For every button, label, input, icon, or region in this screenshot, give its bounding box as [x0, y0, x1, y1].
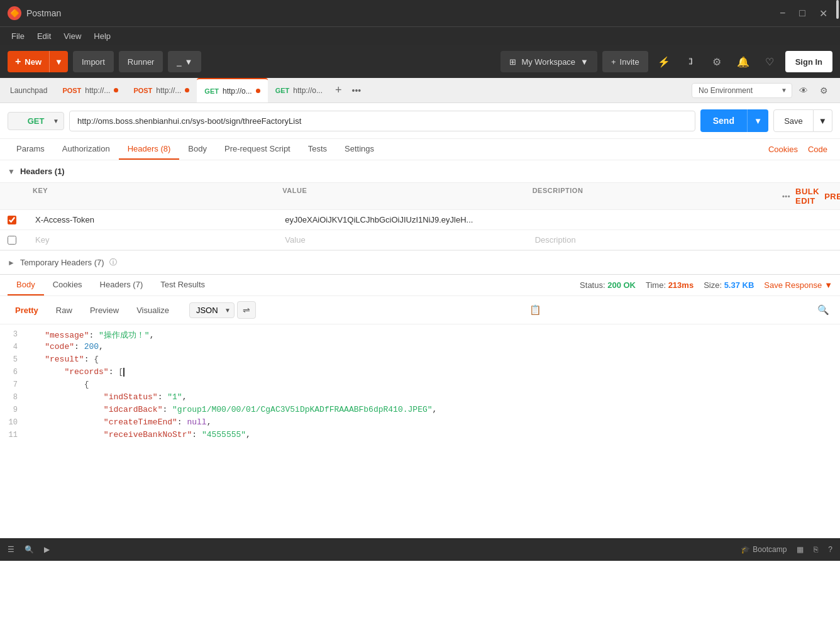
workspace-selector[interactable]: ⊞ My Workspace ▼ [500, 51, 597, 72]
env-settings-button[interactable]: ⚙ [815, 82, 832, 99]
code-line-3: 3 "message": "操作成功！", [0, 329, 840, 342]
layout-button[interactable]: ▦ [797, 545, 804, 554]
menu-view[interactable]: View [57, 29, 87, 43]
req-tab-params[interactable]: Params [8, 139, 53, 160]
send-button[interactable]: Send [700, 109, 747, 132]
menu-file[interactable]: File [5, 29, 31, 43]
req-tab-auth[interactable]: Authorization [53, 139, 119, 160]
tab-get-1[interactable]: GET http://o... [197, 78, 267, 102]
runner-button[interactable]: Runner [119, 51, 163, 72]
new-dropdown-arrow[interactable]: ▼ [49, 51, 68, 72]
bootcamp-icon: 🎓 [741, 545, 750, 554]
json-key: "idcardBack" [104, 405, 163, 414]
tab-launchpad[interactable]: Launchpad [3, 78, 55, 102]
format-tab-visualize[interactable]: Visualize [129, 302, 177, 318]
cookies-link[interactable]: Cookies [763, 140, 803, 159]
new-button[interactable]: + New ▼ [8, 51, 68, 72]
format-tab-preview[interactable]: Preview [82, 302, 126, 318]
header-row-0 [0, 210, 840, 230]
resp-tab-test-results[interactable]: Test Results [152, 275, 214, 295]
presets-button[interactable]: Presets ▼ [824, 192, 840, 201]
add-tab-button[interactable]: + [330, 78, 347, 102]
close-button[interactable]: ✕ [814, 6, 832, 21]
sign-in-button[interactable]: Sign In [785, 51, 832, 72]
tab-url-4: http://o... [293, 86, 323, 95]
response-body-toolbar: Pretty Raw Preview Visualize JSON XML HT… [0, 296, 840, 324]
sidebar-toggle-button[interactable]: ☰ [8, 545, 14, 554]
row-0-desc-input[interactable] [533, 213, 782, 227]
heart-button[interactable]: ♡ [759, 51, 780, 72]
invite-button[interactable]: + Invite [602, 51, 648, 72]
code-link[interactable]: Code [803, 140, 832, 159]
save-button[interactable]: Save [773, 109, 814, 132]
notifications-button[interactable]: 🔔 [732, 51, 754, 72]
menu-help[interactable]: Help [87, 29, 117, 43]
req-tab-body[interactable]: Body [179, 139, 216, 160]
tab-get-2[interactable]: GET http://o... [268, 78, 330, 102]
req-tab-pre-request[interactable]: Pre-request Script [216, 139, 299, 160]
env-select[interactable]: No Environment [692, 83, 792, 98]
code-line-4: 4 "code": 200, [0, 342, 840, 355]
console-button[interactable]: ▶ [44, 545, 50, 554]
placeholder-checkbox[interactable] [8, 236, 16, 245]
send-dropdown-button[interactable]: ▼ [747, 109, 768, 132]
wrap-button[interactable]: ⇌ [237, 301, 256, 319]
headphones-button[interactable]: 🕽 [680, 51, 701, 72]
keyboard-button[interactable]: ⎘ [814, 545, 818, 554]
format-type-select[interactable]: JSON XML HTML Text [189, 302, 235, 318]
url-input[interactable] [69, 111, 695, 131]
tab-post-1[interactable]: POST http://... [55, 78, 126, 102]
new-button-main[interactable]: + New [8, 56, 49, 67]
json-null: null [187, 417, 206, 427]
more-tabs-button[interactable]: ••• [347, 78, 367, 102]
settings-button[interactable]: ⚙ [706, 51, 727, 72]
search-bottom-icon: 🔍 [25, 545, 34, 554]
format-tab-pretty[interactable]: Pretty [8, 302, 46, 318]
temp-headers-section[interactable]: ► Temporary Headers (7) ⓘ [0, 250, 840, 274]
bootcamp-button[interactable]: 🎓 Bootcamp [741, 545, 787, 554]
req-tab-settings[interactable]: Settings [336, 139, 383, 160]
row-0-value-input[interactable] [282, 213, 532, 227]
response-area: Body Cookies Headers (7) Test Results St… [0, 274, 840, 538]
code-area[interactable]: 3 "message": "操作成功！", 4 "code": 200, 5 "… [0, 324, 840, 538]
minimize-button[interactable]: − [775, 6, 790, 21]
save-response-button[interactable]: Save Response ▼ [764, 280, 832, 290]
tab-post-2[interactable]: POST http://... [126, 78, 197, 102]
invite-label: Invite [620, 57, 639, 67]
import-button[interactable]: Import [73, 51, 114, 72]
cursor-blink [123, 368, 124, 377]
code-line-8: 8 "indStatus": "1", [0, 392, 840, 405]
format-tab-raw[interactable]: Raw [48, 302, 80, 318]
plus-icon: + [15, 56, 21, 67]
req-tab-headers[interactable]: Headers (8) [119, 139, 180, 160]
help-bottom-button[interactable]: ? [828, 545, 832, 554]
headers-section: ▼ Headers (1) KEY VALUE DESCRIPTION ••• … [0, 160, 840, 274]
fork-button[interactable]: ⎯ ▼ [168, 51, 201, 72]
layout-icon: ▦ [797, 545, 804, 554]
search-bottom-button[interactable]: 🔍 [25, 545, 34, 554]
copy-body-button[interactable]: 📋 [526, 301, 544, 319]
toolbar: + New ▼ Import Runner ⎯ ▼ ⊞ My Workspace… [0, 45, 840, 78]
row-0-key-input[interactable] [33, 213, 282, 227]
menu-edit[interactable]: Edit [31, 29, 57, 43]
env-view-button[interactable]: 👁 [795, 82, 812, 99]
bottom-bar: ☰ 🔍 ▶ 🎓 Bootcamp ▦ ⎘ ? [0, 538, 840, 561]
maximize-button[interactable]: □ [794, 6, 810, 21]
invite-icon: + [611, 57, 616, 67]
app-title: Postman [26, 8, 61, 18]
row-0-checkbox-cell [8, 216, 33, 224]
bulk-edit-button[interactable]: Bulk Edit [795, 187, 819, 206]
lightning-button[interactable]: ⚡ [653, 51, 675, 72]
json-key: "code" [45, 342, 74, 351]
resp-tab-body[interactable]: Body [8, 275, 44, 295]
row-0-checkbox[interactable] [8, 216, 16, 224]
headers-section-header[interactable]: ▼ Headers (1) [0, 160, 840, 182]
method-select[interactable]: GET POST PUT DELETE PATCH [8, 112, 64, 130]
resp-tab-headers[interactable]: Headers (7) [91, 275, 152, 295]
scrollbar-indicator [836, 0, 839, 19]
resp-tab-cookies[interactable]: Cookies [44, 275, 91, 295]
search-body-button[interactable]: 🔍 [815, 301, 832, 319]
save-dropdown-button[interactable]: ▼ [814, 109, 832, 132]
temp-headers-info-icon[interactable]: ⓘ [109, 257, 117, 268]
req-tab-tests[interactable]: Tests [299, 139, 336, 160]
